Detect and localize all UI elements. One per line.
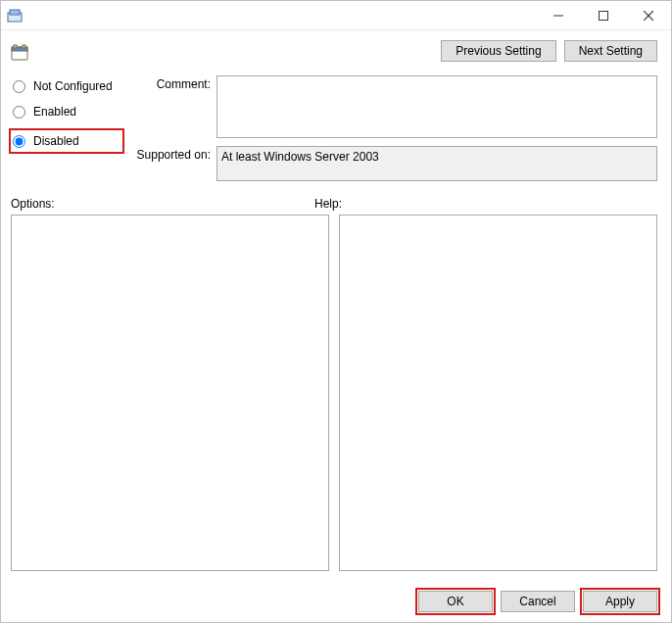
radio-disabled[interactable]: Disabled [9, 128, 124, 154]
policy-icon [11, 44, 28, 62]
supported-on-text [216, 146, 657, 181]
dialog-footer: OK Cancel Apply [1, 581, 671, 622]
options-pane [11, 215, 329, 571]
radio-enabled-input[interactable] [13, 106, 25, 119]
close-button[interactable] [626, 1, 671, 30]
radio-not-configured-label: Not Configured [33, 79, 113, 93]
app-icon [7, 8, 23, 24]
content-area: Previous Setting Next Setting Not Config… [1, 30, 671, 581]
titlebar [1, 1, 671, 30]
svg-rect-3 [600, 11, 608, 20]
svg-line-4 [644, 11, 653, 21]
help-label: Help: [314, 197, 342, 211]
radio-enabled[interactable]: Enabled [11, 103, 132, 120]
state-radio-group: Not Configured Enabled Disabled [11, 75, 132, 181]
minimize-button[interactable] [536, 1, 581, 30]
comment-label: Comment: [132, 75, 216, 91]
previous-setting-button[interactable]: Previous Setting [441, 40, 555, 62]
svg-rect-1 [10, 10, 20, 15]
policy-editor-window: Previous Setting Next Setting Not Config… [0, 0, 672, 623]
cancel-button[interactable]: Cancel [501, 591, 575, 612]
options-label: Options: [11, 197, 314, 211]
help-pane [339, 215, 657, 571]
radio-enabled-label: Enabled [33, 105, 76, 119]
radio-not-configured[interactable]: Not Configured [11, 77, 132, 95]
supported-on-label: Supported on: [132, 146, 216, 162]
next-setting-button[interactable]: Next Setting [564, 40, 657, 62]
svg-rect-8 [14, 45, 17, 48]
comment-textarea[interactable] [216, 75, 657, 138]
maximize-button[interactable] [581, 1, 626, 30]
svg-line-5 [644, 11, 653, 21]
radio-not-configured-input[interactable] [13, 80, 25, 93]
radio-disabled-input[interactable] [13, 135, 25, 148]
ok-button[interactable]: OK [418, 591, 493, 612]
apply-button[interactable]: Apply [583, 591, 657, 612]
window-controls [536, 1, 671, 30]
svg-rect-9 [23, 45, 25, 48]
radio-disabled-label: Disabled [33, 134, 79, 148]
